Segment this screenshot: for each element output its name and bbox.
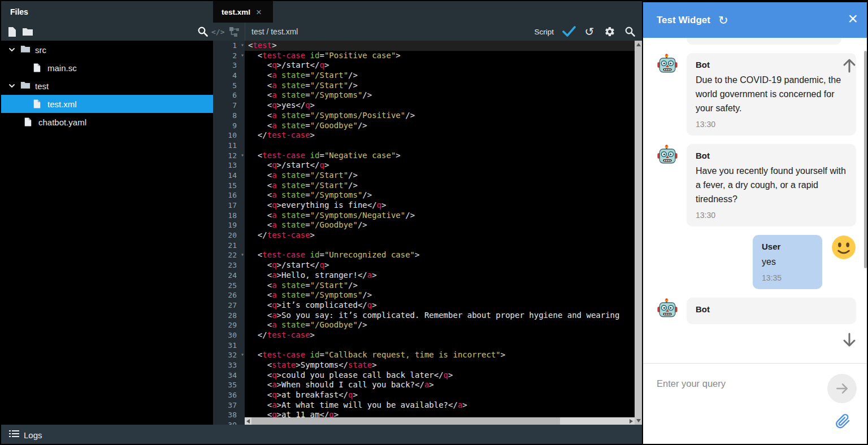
- message-time: 13:30: [696, 211, 847, 220]
- code-line: <test-case id="Callback request, time is…: [245, 350, 635, 360]
- robot-avatar-icon: [657, 298, 678, 319]
- folder-icon: [20, 81, 31, 91]
- list-icon: [9, 430, 19, 440]
- chevron-down-icon[interactable]: [8, 82, 16, 90]
- line-number: 13: [213, 160, 245, 171]
- tree-item-label: test: [35, 81, 49, 91]
- line-number: 20: [213, 230, 245, 241]
- code-line: <a state="/Symptoms"/>: [245, 90, 635, 101]
- scroll-up-arrow-icon[interactable]: [636, 43, 641, 46]
- tree-item-src[interactable]: src: [1, 41, 213, 59]
- send-button[interactable]: [827, 374, 857, 403]
- fold-icon[interactable]: ▾: [241, 350, 244, 360]
- code-row: 23 <q>/start</q>: [213, 260, 635, 271]
- code-line: <q>yes</q>: [245, 101, 635, 111]
- line-number: 23: [213, 260, 245, 271]
- message-author: Bot: [696, 304, 847, 314]
- code-row: 7 <q>yes</q>: [213, 101, 635, 111]
- code-line: <q>/start</q>: [245, 160, 635, 171]
- new-folder-icon[interactable]: [20, 24, 35, 39]
- editor-vertical-scrollbar[interactable]: [635, 41, 642, 425]
- scrollbar-thumb[interactable]: [251, 417, 560, 425]
- message-bubble: Hello, stranger!13:30: [687, 38, 841, 45]
- line-number: 34: [213, 370, 245, 381]
- code-row: 35 <a>When should I call you back?</a>: [213, 380, 635, 390]
- code-line: <a state="/Goodbye"/>: [245, 320, 635, 330]
- code-row: 19 <a state="/Goodbye"/>: [213, 220, 635, 230]
- fold-icon[interactable]: ▾: [241, 250, 244, 260]
- logs-bar[interactable]: Logs: [1, 425, 642, 445]
- code-row: 30 </test-case>: [213, 330, 635, 341]
- message-bubble: BotDue to the COVID-19 pandemic, the wor…: [687, 53, 856, 136]
- editor-horizontal-scrollbar[interactable]: [245, 417, 635, 425]
- scroll-to-bottom-icon[interactable]: [842, 332, 857, 350]
- gear-icon[interactable]: [602, 24, 617, 39]
- code-editor[interactable]: 1▾<test>2▾ <test-case id="Positive case"…: [213, 41, 635, 425]
- folder-icon: [20, 45, 31, 55]
- query-input[interactable]: [657, 375, 815, 392]
- code-row: 12▾ <test-case id="Negative case">: [213, 151, 635, 161]
- chat-scrollbar[interactable]: [864, 51, 867, 268]
- refresh-icon[interactable]: ↻: [718, 15, 728, 26]
- code-icon[interactable]: </>: [211, 28, 224, 36]
- close-icon[interactable]: ×: [256, 7, 262, 17]
- code-line: <a state="/Start"/>: [245, 71, 635, 81]
- code-row: 10 </test-case>: [213, 130, 635, 141]
- code-row: 1▾<test>: [213, 41, 635, 51]
- code-line: <a state="/Start"/>: [245, 81, 635, 91]
- line-number: 10: [213, 130, 245, 141]
- code-row: 28 <a>So you say: it’s complicated. Reme…: [213, 311, 635, 321]
- file-icon: [33, 63, 43, 73]
- chevron-down-icon[interactable]: [8, 46, 16, 54]
- code-row: 26 <a state="/Symptoms"/>: [213, 290, 635, 300]
- message-author: Bot: [696, 60, 847, 69]
- code-row: 36 <q>at breakfast</q>: [213, 390, 635, 400]
- fold-icon[interactable]: ▾: [241, 50, 244, 60]
- line-number: 31: [213, 341, 245, 351]
- message-bubble: Bot: [687, 298, 856, 324]
- search-icon[interactable]: [196, 24, 210, 39]
- fold-icon[interactable]: ▾: [241, 41, 244, 50]
- code-row: 25 <a state="/Start"/>: [213, 281, 635, 291]
- scroll-right-arrow-icon[interactable]: [630, 419, 633, 424]
- chat-messages: Hello, stranger!13:30BotDue to the COVID…: [643, 38, 868, 363]
- line-number: 18: [213, 211, 245, 221]
- tree-item-label: src: [35, 45, 46, 55]
- code-line: <a>So you say: it’s complicated. Remembe…: [245, 311, 635, 321]
- code-row: 5 <a state="/Start"/>: [213, 81, 635, 91]
- chat-message-bot: Bot: [657, 298, 856, 324]
- robot-avatar-icon: [657, 53, 678, 75]
- line-number: 27: [213, 300, 245, 311]
- message-text: Have you recently found yourself with a …: [696, 164, 847, 206]
- line-number: 25: [213, 281, 245, 291]
- line-number: 1▾: [213, 41, 245, 51]
- scroll-down-arrow-icon[interactable]: [636, 419, 641, 422]
- attachment-icon[interactable]: [835, 413, 850, 429]
- tree-item-test[interactable]: test: [1, 77, 213, 95]
- fold-icon[interactable]: ▾: [241, 150, 244, 160]
- message-author: Bot: [696, 151, 847, 160]
- tree-item-main-sc[interactable]: main.sc: [1, 59, 213, 77]
- code-row: 16 <a state="/Symptoms"/>: [213, 190, 635, 200]
- line-number: 39: [213, 420, 245, 425]
- tree-item-chatbot-yaml[interactable]: chatbot.yaml: [1, 113, 213, 131]
- close-icon[interactable]: ×: [848, 10, 858, 27]
- check-icon[interactable]: [562, 24, 576, 39]
- tree-item-test-xml[interactable]: test.xml: [1, 95, 213, 113]
- line-number: 37: [213, 400, 245, 411]
- code-line: [245, 341, 635, 351]
- hierarchy-icon[interactable]: [227, 24, 242, 39]
- scroll-left-arrow-icon[interactable]: [246, 419, 250, 424]
- code-line: <a>When should I call you back?</a>: [245, 380, 635, 390]
- robot-avatar-icon: [657, 38, 678, 40]
- new-file-icon[interactable]: [5, 24, 19, 39]
- search-icon[interactable]: [623, 24, 637, 39]
- scroll-to-top-icon[interactable]: [842, 58, 857, 76]
- tab-test-xml[interactable]: test.xml ×: [213, 1, 273, 23]
- code-row: 31: [213, 341, 635, 351]
- code-row: 27 <q>it’s complicated</q>: [213, 300, 635, 311]
- code-line: </test-case>: [245, 130, 635, 141]
- code-line: <test-case id="Negative case">: [245, 151, 635, 161]
- code-line: <q>everything is fine</q>: [245, 200, 635, 211]
- undo-icon[interactable]: ↺: [582, 24, 597, 39]
